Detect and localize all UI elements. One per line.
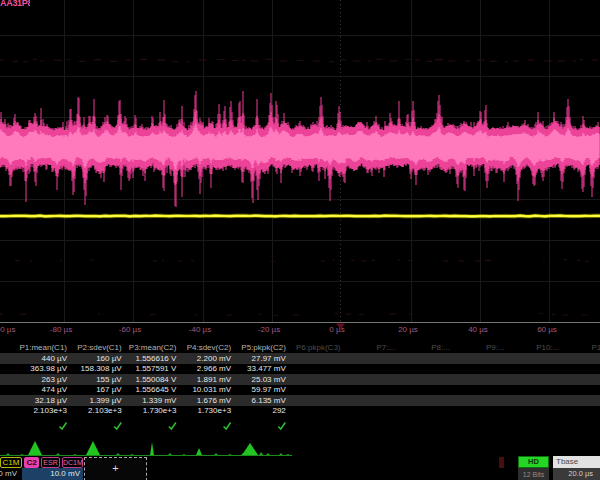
- svg-text:-20 µs: -20 µs: [258, 325, 280, 334]
- svg-text:-100 µs: -100 µs: [0, 325, 15, 334]
- svg-text:-60 µs: -60 µs: [119, 325, 141, 334]
- svg-text:-80 µs: -80 µs: [50, 325, 72, 334]
- svg-text:60 µs: 60 µs: [537, 325, 557, 334]
- svg-text:40 µs: 40 µs: [468, 325, 488, 334]
- svg-text:20 µs: 20 µs: [398, 325, 418, 334]
- svg-text:-40 µs: -40 µs: [189, 325, 211, 334]
